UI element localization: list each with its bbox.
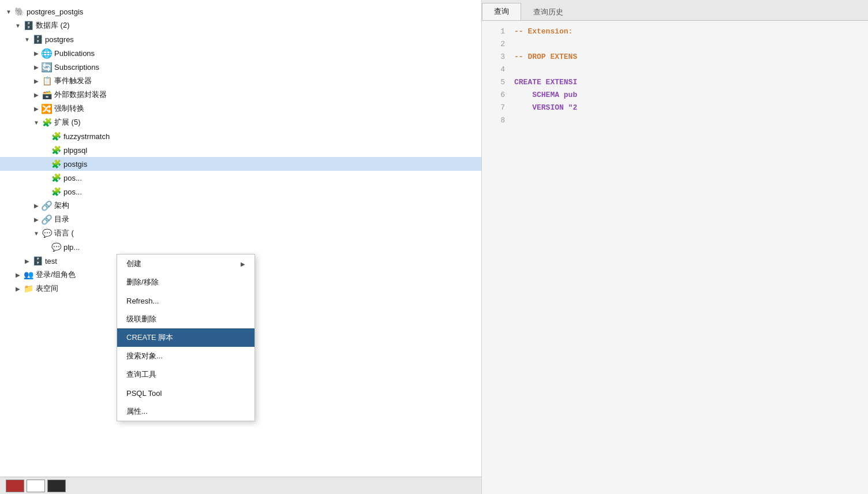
schemas-toggle[interactable] xyxy=(32,201,40,209)
menu-refresh[interactable]: Refresh... xyxy=(117,291,255,310)
menu-query-tool[interactable]: 查询工具 xyxy=(117,365,255,384)
tab-history-label: 查询历史 xyxy=(533,7,563,17)
code-text-6: SCHEMA pub xyxy=(514,89,577,102)
menu-create-script-label: CREATE 脚本 xyxy=(126,332,173,343)
event-triggers-toggle[interactable] xyxy=(32,77,40,85)
tree-plpgsql[interactable]: 🧩 plpgsql xyxy=(0,143,481,157)
extensions-toggle[interactable] xyxy=(32,118,40,126)
login-groups-label: 登录/组角色 xyxy=(36,270,76,280)
menu-delete-label: 删除/移除 xyxy=(126,277,159,287)
catalogs-toggle[interactable] xyxy=(32,215,40,223)
menu-psql-tool-label: PSQL Tool xyxy=(126,389,162,398)
tab-history[interactable]: 查询历史 xyxy=(521,3,575,20)
query-tabs: 查询 查询历史 xyxy=(482,0,868,21)
tree-postgis3[interactable]: 🧩 pos... xyxy=(0,185,481,199)
databases-toggle[interactable] xyxy=(14,21,22,29)
tree-casts[interactable]: 🔀 强制转换 xyxy=(0,102,481,115)
tree-extensions[interactable]: 🧩 扩展 (5) xyxy=(0,115,481,129)
tree-postgis[interactable]: 🧩 postgis xyxy=(0,157,481,171)
extensions-icon: 🧩 xyxy=(42,117,52,128)
tree-plp[interactable]: 💬 plp... xyxy=(0,240,481,254)
schemas-icon: 🔗 xyxy=(42,200,52,211)
postgres-icon: 🗄️ xyxy=(32,34,43,44)
color-swatch-red[interactable] xyxy=(6,480,24,492)
code-line-1: -- Extension: xyxy=(514,25,863,38)
postgres-label: postgres xyxy=(45,35,74,44)
foreign-wrappers-toggle[interactable] xyxy=(32,91,40,99)
test-toggle[interactable] xyxy=(23,257,31,265)
code-line-3: -- DROP EXTENS xyxy=(514,51,863,63)
languages-label: 语言 ( xyxy=(54,228,74,238)
publications-toggle[interactable] xyxy=(32,49,40,57)
casts-toggle[interactable] xyxy=(32,104,40,113)
tree-catalogs[interactable]: 🔗 目录 xyxy=(0,212,481,226)
catalogs-label: 目录 xyxy=(54,214,69,224)
code-text-7: VERSION "2 xyxy=(514,102,577,114)
code-text-3: -- DROP EXTENS xyxy=(514,51,577,63)
color-swatch-dark[interactable] xyxy=(47,480,66,492)
languages-icon: 💬 xyxy=(42,228,52,238)
schemas-label: 架构 xyxy=(54,200,69,211)
casts-icon: 🔀 xyxy=(42,103,52,114)
menu-properties[interactable]: 属性... xyxy=(117,402,255,421)
color-swatch-white[interactable] xyxy=(27,480,45,492)
code-line-5: CREATE EXTENSI xyxy=(514,76,863,89)
context-menu: 创建 ▶ 删除/移除 Refresh... 级联删除 CREATE 脚本 搜索对… xyxy=(117,254,255,421)
menu-create-label: 创建 xyxy=(126,259,141,269)
menu-psql-tool[interactable]: PSQL Tool xyxy=(117,384,255,402)
menu-search-objects-label: 搜索对象... xyxy=(126,351,163,361)
menu-create-script[interactable]: CREATE 脚本 xyxy=(117,328,255,347)
fuzzystrmatch-label: fuzzystrmatch xyxy=(63,132,110,141)
code-content[interactable]: -- Extension: -- DROP EXTENS CREATE EXTE… xyxy=(510,25,868,489)
tree-fuzzystrmatch[interactable]: 🧩 fuzzystrmatch xyxy=(0,129,481,143)
line-numbers: 1 2 3 4 5 6 7 8 xyxy=(482,25,510,489)
plp-icon: 💬 xyxy=(51,242,61,252)
tablespaces-icon: 📁 xyxy=(23,283,33,294)
tree-publications[interactable]: 🌐 Publications xyxy=(0,46,481,60)
subscriptions-toggle[interactable] xyxy=(32,63,40,71)
tree-databases[interactable]: 🗄️ 数据库 (2) xyxy=(0,18,481,32)
plpgsql-icon: 🧩 xyxy=(51,145,61,155)
plpgsql-label: plpgsql xyxy=(63,146,87,155)
languages-toggle[interactable] xyxy=(32,229,40,237)
code-text-5: CREATE EXTENSI xyxy=(514,76,577,89)
tablespaces-toggle[interactable] xyxy=(14,285,22,293)
tree-postgres[interactable]: 🗄️ postgres xyxy=(0,32,481,46)
menu-cascade-delete[interactable]: 级联删除 xyxy=(117,310,255,328)
event-triggers-label: 事件触发器 xyxy=(54,76,92,86)
menu-refresh-label: Refresh... xyxy=(126,297,159,305)
code-line-8 xyxy=(514,114,863,127)
tree-root[interactable]: 🐘 postgres_postgis xyxy=(0,5,481,18)
code-line-6: SCHEMA pub xyxy=(514,89,863,102)
root-label: postgres_postgis xyxy=(27,8,83,16)
subscriptions-label: Subscriptions xyxy=(54,63,99,72)
tree-event-triggers[interactable]: 📋 事件触发器 xyxy=(0,74,481,88)
query-editor[interactable]: 1 2 3 4 5 6 7 8 -- Extension: -- DROP EX… xyxy=(482,21,868,494)
test-icon: 🗄️ xyxy=(32,256,43,266)
login-groups-toggle[interactable] xyxy=(14,271,22,279)
postgis3-icon: 🧩 xyxy=(51,186,61,197)
foreign-wrappers-icon: 🗃️ xyxy=(42,89,52,100)
casts-label: 强制转换 xyxy=(54,103,84,114)
code-line-7: VERSION "2 xyxy=(514,102,863,114)
menu-create[interactable]: 创建 ▶ xyxy=(117,255,255,273)
root-toggle[interactable] xyxy=(5,8,13,16)
right-panel: 查询 查询历史 1 2 3 4 5 6 7 8 -- Extension: --… xyxy=(482,0,868,494)
tab-query[interactable]: 查询 xyxy=(482,3,521,20)
code-line-2 xyxy=(514,38,863,51)
left-panel: 🐘 postgres_postgis 🗄️ 数据库 (2) 🗄️ postgre… xyxy=(0,0,482,494)
tree-foreign-wrappers[interactable]: 🗃️ 外部数据封装器 xyxy=(0,88,481,102)
tree-languages[interactable]: 💬 语言 ( xyxy=(0,226,481,240)
db-server-icon: 🐘 xyxy=(14,6,24,17)
menu-cascade-delete-label: 级联删除 xyxy=(126,314,156,324)
tree-postgis2[interactable]: 🧩 pos... xyxy=(0,171,481,185)
menu-search-objects[interactable]: 搜索对象... xyxy=(117,347,255,365)
postgres-toggle[interactable] xyxy=(23,35,31,43)
tree-schemas[interactable]: 🔗 架构 xyxy=(0,199,481,212)
menu-delete[interactable]: 删除/移除 xyxy=(117,273,255,291)
subscriptions-icon: 🔄 xyxy=(42,62,52,72)
tree-subscriptions[interactable]: 🔄 Subscriptions xyxy=(0,60,481,74)
extensions-label: 扩展 (5) xyxy=(54,117,81,128)
login-groups-icon: 👥 xyxy=(23,270,33,280)
tab-query-label: 查询 xyxy=(494,6,509,17)
